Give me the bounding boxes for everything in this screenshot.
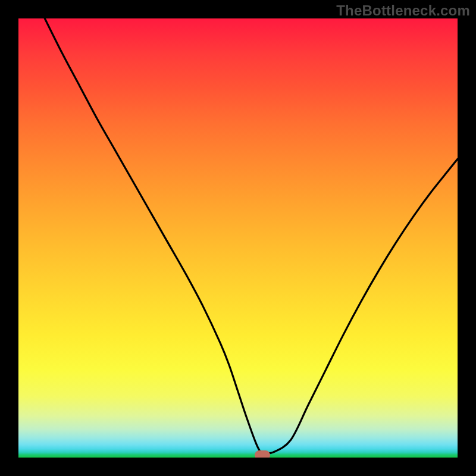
watermark-text: TheBottleneck.com [336,2,470,19]
bottleneck-curve [45,18,458,453]
optimum-marker [255,450,270,458]
plot-area [18,18,458,458]
chart-frame: TheBottleneck.com [0,0,476,476]
curve-svg [18,18,458,458]
